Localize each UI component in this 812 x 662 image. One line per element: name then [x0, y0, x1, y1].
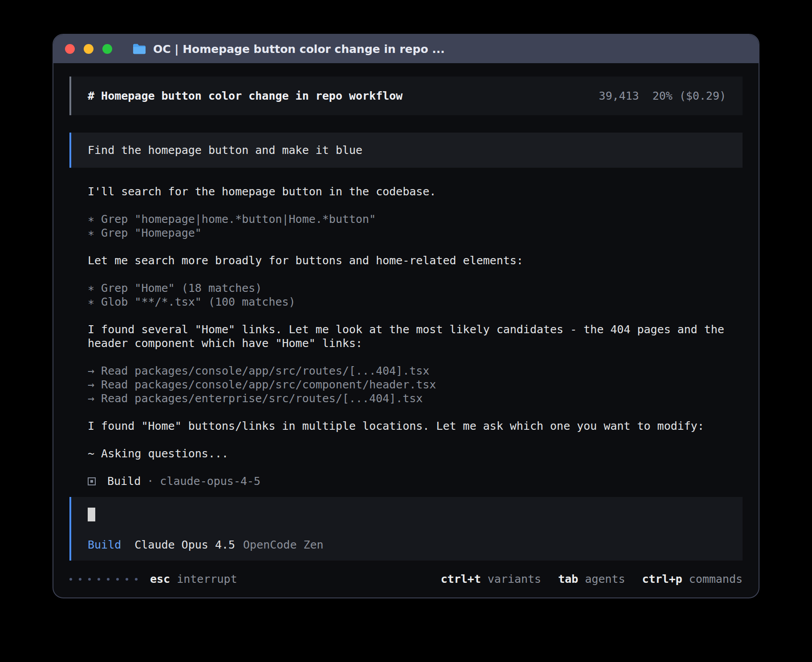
- dot: [107, 578, 110, 581]
- shortcut-commands: ctrl+p commands: [642, 572, 743, 586]
- tool-call-group: ∗ Grep "homepage|home.*button|Home.*butt…: [88, 212, 743, 240]
- spinner-dots: [69, 578, 138, 581]
- prompt-input[interactable]: Build Claude Opus 4.5 OpenCode Zen: [69, 497, 743, 561]
- shortcut-group: ctrl+t variants tab agents ctrl+p comman…: [441, 572, 743, 586]
- tool-call-group: → Read packages/console/app/src/routes/[…: [88, 364, 743, 405]
- shortcut-variants: ctrl+t variants: [441, 572, 541, 586]
- label-agents: agents: [585, 573, 625, 585]
- folder-icon: [132, 43, 147, 55]
- shortcut-interrupt: esc interrupt: [150, 572, 237, 586]
- window-title-group: OC | Homepage button color change in rep…: [132, 43, 445, 56]
- session-metrics: 39,413 20% ($0.29): [599, 89, 726, 103]
- agent-model: claude-opus-4-5: [160, 474, 260, 488]
- label-interrupt: interrupt: [177, 573, 237, 585]
- label-commands: commands: [689, 573, 743, 585]
- assistant-text: I'll search for the homepage button in t…: [88, 185, 743, 198]
- status-bar: esc interrupt ctrl+t variants tab agents…: [69, 572, 743, 586]
- tool-call-glob: ∗ Glob "**/*.tsx" (100 matches): [88, 295, 743, 309]
- label-variants: variants: [487, 573, 541, 585]
- token-count: 39,413: [599, 89, 639, 103]
- assistant-text: I found "Home" buttons/links in multiple…: [88, 419, 743, 433]
- terminal-content: # Homepage button color change in repo w…: [53, 63, 759, 597]
- dot: [69, 578, 72, 581]
- dot: [79, 578, 81, 581]
- zoom-button[interactable]: [102, 44, 112, 54]
- window-titlebar[interactable]: OC | Homepage button color change in rep…: [53, 35, 759, 63]
- provider-label: OpenCode Zen: [243, 538, 324, 552]
- close-button[interactable]: [65, 44, 75, 54]
- dot: [97, 578, 100, 581]
- tool-call-read: → Read packages/console/app/src/routes/[…: [88, 364, 743, 378]
- dot: [116, 578, 119, 581]
- key-ctrl-p: ctrl+p: [642, 573, 682, 585]
- dot: [88, 578, 91, 581]
- tool-call-group: ∗ Grep "Home" (18 matches) ∗ Glob "**/*.…: [88, 281, 743, 309]
- working-status: ~ Asking questions...: [88, 447, 743, 460]
- minimize-button[interactable]: [84, 44, 93, 54]
- assistant-text: Let me search more broadly for buttons a…: [88, 254, 743, 267]
- text-cursor: [88, 508, 95, 521]
- assistant-text: I found several "Home" links. Let me loo…: [88, 323, 743, 350]
- agent-name: Build: [107, 474, 141, 488]
- key-ctrl-t: ctrl+t: [441, 573, 481, 585]
- dot: [135, 578, 138, 581]
- assistant-transcript: I'll search for the homepage button in t…: [88, 185, 743, 488]
- context-cost: 20% ($0.29): [652, 89, 726, 103]
- input-meta: Build Claude Opus 4.5 OpenCode Zen: [88, 538, 726, 552]
- user-message-text: Find the homepage button and make it blu…: [88, 144, 362, 157]
- session-title: # Homepage button color change in repo w…: [88, 89, 402, 103]
- tool-call-read: → Read packages/enterprise/src/routes/[.…: [88, 392, 743, 405]
- terminal-window: OC | Homepage button color change in rep…: [53, 34, 759, 598]
- shortcut-agents: tab agents: [558, 572, 625, 586]
- user-message: Find the homepage button and make it blu…: [69, 133, 743, 168]
- key-tab: tab: [558, 573, 578, 585]
- agent-status: Build · claude-opus-4-5: [88, 474, 743, 488]
- dot: [126, 578, 128, 581]
- session-header: # Homepage button color change in repo w…: [69, 77, 743, 115]
- agent-mode-label: Build: [88, 538, 121, 552]
- tool-call-grep: ∗ Grep "Homepage": [88, 226, 743, 240]
- traffic-lights: [65, 44, 112, 54]
- tool-call-read: → Read packages/console/app/src/componen…: [88, 378, 743, 392]
- key-esc: esc: [150, 573, 170, 585]
- window-title: OC | Homepage button color change in rep…: [153, 43, 445, 56]
- model-label: Claude Opus 4.5: [134, 538, 235, 552]
- task-icon: [88, 477, 96, 485]
- tool-call-grep: ∗ Grep "homepage|home.*button|Home.*butt…: [88, 212, 743, 226]
- tool-call-grep: ∗ Grep "Home" (18 matches): [88, 281, 743, 295]
- separator-dot: ·: [147, 474, 154, 488]
